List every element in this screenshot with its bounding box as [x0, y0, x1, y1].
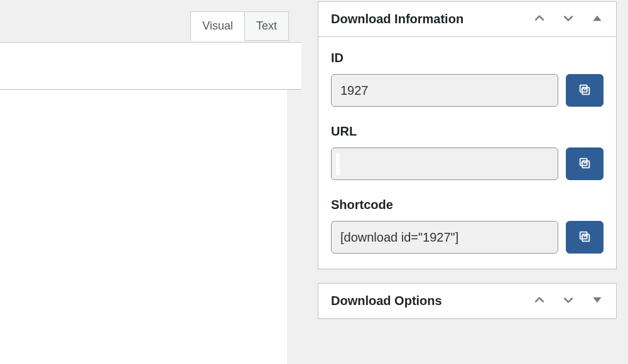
copy-icon [578, 230, 592, 245]
url-label: URL [331, 124, 604, 139]
triangle-up-icon [591, 12, 604, 26]
url-field-group: URL [331, 124, 604, 180]
editor-content[interactable] [0, 90, 287, 364]
panel-controls [531, 9, 606, 29]
copy-shortcode-button[interactable] [566, 221, 604, 254]
url-row [331, 147, 604, 180]
copy-url-button[interactable] [566, 147, 604, 180]
sidebar: Download Information [318, 1, 617, 319]
download-information-title: Download Information [331, 12, 463, 26]
tab-visual[interactable]: Visual [190, 11, 245, 41]
triangle-down-icon [591, 294, 604, 308]
download-options-title: Download Options [331, 294, 442, 308]
download-options-header: Download Options [318, 284, 616, 318]
svg-marker-0 [593, 16, 601, 21]
url-input[interactable] [331, 147, 558, 180]
shortcode-input[interactable] [331, 221, 558, 254]
shortcode-row [331, 221, 604, 254]
copy-icon [578, 83, 592, 99]
copy-id-button[interactable] [566, 74, 604, 107]
chevron-down-icon [562, 12, 575, 26]
download-information-body: ID URL [318, 37, 616, 269]
text-cursor [336, 153, 340, 175]
move-down-button[interactable] [560, 9, 577, 29]
id-row [331, 74, 604, 107]
tab-text[interactable]: Text [245, 11, 289, 41]
editor-toolbar [0, 42, 301, 90]
editor-tabs: Visual Text [190, 11, 289, 41]
id-label: ID [331, 51, 604, 65]
download-options-panel: Download Options [318, 283, 617, 319]
editor-area: Visual Text [0, 0, 301, 364]
shortcode-label: Shortcode [331, 198, 604, 212]
copy-icon [578, 156, 592, 172]
toggle-panel-button[interactable] [588, 9, 606, 29]
chevron-up-icon [533, 294, 546, 308]
move-down-button[interactable] [560, 291, 577, 311]
chevron-up-icon [533, 12, 546, 26]
shortcode-field-group: Shortcode [331, 198, 604, 254]
svg-marker-7 [593, 297, 601, 302]
panel-controls [531, 291, 606, 311]
chevron-down-icon [562, 294, 575, 308]
toggle-panel-button[interactable] [588, 291, 606, 311]
id-field-group: ID [331, 51, 604, 107]
id-input[interactable] [331, 74, 558, 107]
download-information-header: Download Information [318, 2, 616, 37]
url-input-wrapper [331, 147, 558, 180]
download-information-panel: Download Information [318, 1, 617, 269]
move-up-button[interactable] [531, 9, 548, 29]
move-up-button[interactable] [531, 291, 548, 311]
